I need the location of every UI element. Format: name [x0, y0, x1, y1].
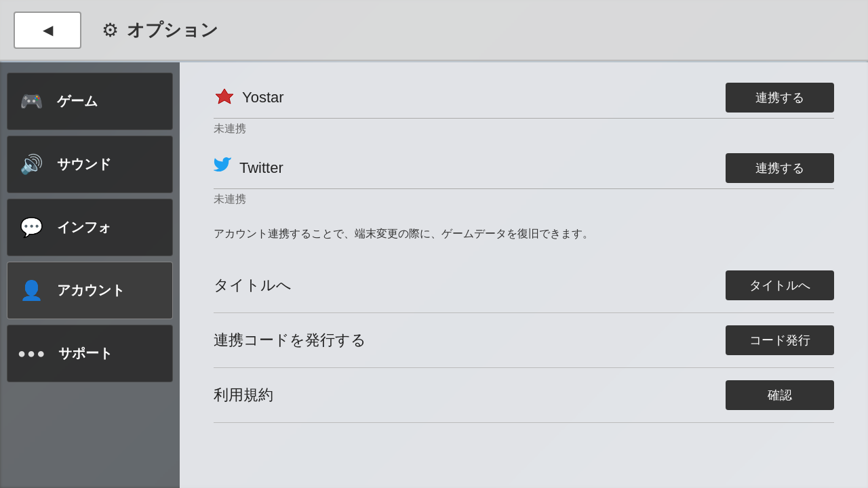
- header: ◀ ⚙ オプション: [0, 0, 868, 61]
- code-label: 連携コードを発行する: [214, 330, 366, 350]
- support-icon: ●●●: [18, 346, 46, 361]
- yostar-text: Yostar: [242, 89, 284, 106]
- yostar-row: Yostar 連携する: [214, 83, 834, 119]
- account-icon: 👤: [18, 279, 45, 302]
- sidebar-label-info: インフォ: [57, 218, 111, 237]
- sidebar-item-support[interactable]: ●●● サポート: [7, 325, 173, 382]
- twitter-section: Twitter 連携する 未連携: [214, 153, 834, 217]
- twitter-row: Twitter 連携する: [214, 153, 834, 189]
- twitter-status: 未連携: [214, 192, 834, 207]
- sidebar-label-game: ゲーム: [57, 92, 98, 110]
- sidebar-item-info[interactable]: 💬 インフォ: [7, 199, 173, 256]
- account-info-text: アカウント連携することで、端末変更の際に、ゲームデータを復旧できます。: [214, 227, 834, 241]
- terms-row: 利用規約 確認: [214, 368, 834, 423]
- terms-label: 利用規約: [214, 385, 273, 405]
- yostar-icon: [214, 87, 235, 108]
- sound-icon: 🔊: [18, 153, 45, 176]
- yostar-connect-button[interactable]: 連携する: [726, 83, 834, 113]
- sidebar-label-support: サポート: [58, 344, 113, 363]
- terms-button[interactable]: 確認: [726, 380, 834, 410]
- game-icon: 🎮: [18, 90, 45, 113]
- page-title: オプション: [127, 18, 218, 42]
- title-label: タイトルへ: [214, 275, 292, 296]
- title-row: タイトルへ タイトルへ: [214, 258, 834, 313]
- main-layout: 🎮 ゲーム 🔊 サウンド 💬 インフォ 👤 アカウント ●●● サポート: [0, 62, 868, 488]
- title-button[interactable]: タイトルへ: [726, 270, 834, 300]
- yostar-section: Yostar 連携する 未連携: [214, 83, 834, 146]
- back-button[interactable]: ◀: [14, 12, 81, 49]
- sidebar-item-account[interactable]: 👤 アカウント: [7, 262, 173, 319]
- info-icon: 💬: [18, 216, 45, 239]
- sidebar: 🎮 ゲーム 🔊 サウンド 💬 インフォ 👤 アカウント ●●● サポート: [0, 62, 180, 488]
- twitter-text: Twitter: [239, 159, 283, 177]
- yostar-label: Yostar: [214, 87, 284, 108]
- twitter-icon: [214, 157, 233, 180]
- back-icon: ◀: [43, 22, 53, 38]
- sidebar-label-account: アカウント: [57, 281, 125, 300]
- code-row: 連携コードを発行する コード発行: [214, 313, 834, 368]
- header-title-group: ⚙ オプション: [102, 18, 218, 42]
- svg-marker-0: [216, 89, 233, 104]
- yostar-status: 未連携: [214, 122, 834, 136]
- twitter-connect-button[interactable]: 連携する: [726, 153, 834, 183]
- sidebar-item-game[interactable]: 🎮 ゲーム: [7, 73, 173, 130]
- gear-icon: ⚙: [102, 19, 119, 41]
- code-button[interactable]: コード発行: [726, 325, 834, 355]
- sidebar-item-sound[interactable]: 🔊 サウンド: [7, 136, 173, 193]
- twitter-label: Twitter: [214, 157, 283, 180]
- content-panel: Yostar 連携する 未連携 Twitter 連携する 未連携: [180, 62, 868, 488]
- sidebar-label-sound: サウンド: [57, 155, 111, 174]
